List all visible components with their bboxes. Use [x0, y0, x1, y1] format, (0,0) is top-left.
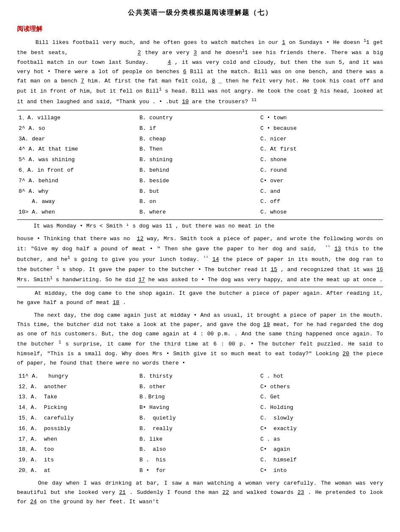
- table-row: 12、A. another B. other C• others: [17, 382, 383, 392]
- q2-c: C • because: [259, 123, 383, 134]
- q15-a: 15、A. carefully: [17, 413, 138, 424]
- table-row: 6、A. in front of B. behind C. round: [17, 165, 383, 176]
- q4-b: B. Then: [138, 144, 258, 155]
- table-row: 14、A. Picking B• Having C. Holding: [17, 403, 383, 413]
- q16-b: B. really: [138, 424, 258, 434]
- passage1: Bill likes football very much, and he of…: [17, 37, 383, 107]
- passage3: At midday, the dog came to the shop agai…: [17, 289, 383, 307]
- q4-a: 4^ A. At that time: [17, 144, 138, 155]
- q16-c: C• exactly: [259, 424, 383, 434]
- table-row: 19、A. its B . his C. himself: [17, 455, 383, 466]
- q13-c: C. Get: [259, 392, 383, 403]
- q17-b: B. like: [138, 434, 258, 445]
- table-row: 15、A. carefully B. quietly C. slowly: [17, 413, 383, 424]
- q4-c: C. At first: [259, 144, 383, 155]
- q9-a: A. away: [17, 197, 138, 207]
- q7-b: B. beside: [138, 176, 258, 186]
- q3-b: B. cheap: [138, 134, 258, 145]
- q8-a: 8^ A. why: [17, 186, 138, 197]
- table-row: 20、A. at B • for C• into: [17, 466, 383, 476]
- q13-b: B．Bring: [138, 392, 258, 403]
- divider1: [17, 110, 383, 110]
- q1-c: C • town: [259, 113, 383, 123]
- table-row: 1、A. village B. country C • town: [17, 113, 383, 123]
- q5-c: C. shone: [259, 155, 383, 165]
- q10-c: C. whose: [259, 207, 383, 218]
- table-row: 2^ A. so B. if C • because: [17, 123, 383, 134]
- table-row: 8^ A. why B. but C. and: [17, 186, 383, 197]
- q18-c: C• again: [259, 444, 383, 455]
- q20-a: 20、A. at: [17, 466, 138, 476]
- q1-b: B. country: [138, 113, 258, 123]
- table-row: 10> A. when B. where C. whose: [17, 207, 383, 218]
- table-row: 3A. dear B. cheap C. nicer: [17, 134, 383, 145]
- q12-a: 12、A. another: [17, 382, 138, 392]
- questions-table-1: 1、A. village B. country C • town 2^ A. s…: [17, 113, 383, 218]
- q6-b: B. behind: [138, 165, 258, 176]
- q16-a: 16、A. possibly: [17, 424, 138, 434]
- q19-c: C. himself: [259, 455, 383, 466]
- q3-a: 3A. dear: [17, 134, 138, 145]
- table-row: 16、A. possibly B. really C• exactly: [17, 424, 383, 434]
- q2-b: B. if: [138, 123, 258, 134]
- q15-c: C. slowly: [259, 413, 383, 424]
- passage2-header: It was Monday • Mrs < Smith ¹ s dog was …: [17, 219, 383, 231]
- page-title: 公共英语一级分类模拟题阅读理解题（七）: [17, 8, 383, 17]
- q2-a: 2^ A. so: [17, 123, 138, 134]
- q19-a: 19、A. its: [17, 455, 138, 466]
- q6-a: 6、A. in front of: [17, 165, 138, 176]
- q20-b: B • for: [138, 466, 258, 476]
- passage4: The next day, the dog came again just at…: [17, 311, 383, 368]
- q19-b: B . his: [138, 455, 258, 466]
- passage2-body: house • Thinking that there was no 12 wa…: [17, 234, 383, 287]
- q11-b: B. thirsty: [138, 371, 258, 382]
- q12-b: B. other: [138, 382, 258, 392]
- q11-a: 11^ A. hungry: [17, 371, 138, 382]
- q15-b: B. quietly: [138, 413, 258, 424]
- q10-b: B. where: [138, 207, 258, 218]
- q18-b: B. also: [138, 444, 258, 455]
- q1-a: 1、A. village: [17, 113, 138, 123]
- q18-a: 18、A. too: [17, 444, 138, 455]
- q14-a: 14、A. Picking: [17, 403, 138, 413]
- q9-c: C. off: [259, 197, 383, 207]
- table-row: 5^ A. was shining B. shining C. shone: [17, 155, 383, 165]
- q17-c: C . as: [259, 434, 383, 445]
- q14-b: B• Having: [138, 403, 258, 413]
- section-title: 阅读理解: [17, 25, 383, 33]
- q5-b: B. shining: [138, 155, 258, 165]
- table-row: 17、A. when B. like C . as: [17, 434, 383, 445]
- questions-table-2: 11^ A. hungry B. thirsty C . hot 12、A. a…: [17, 371, 383, 476]
- q8-b: B. but: [138, 186, 258, 197]
- q20-c: C• into: [259, 466, 383, 476]
- table-row: 4^ A. At that time B. Then C. At first: [17, 144, 383, 155]
- table-row: A. away B. on C. off: [17, 197, 383, 207]
- q17-a: 17、A. when: [17, 434, 138, 445]
- q7-c: C• over: [259, 176, 383, 186]
- q7-a: 7^ A. behind: [17, 176, 138, 186]
- q11-c: C . hot: [259, 371, 383, 382]
- q10-a: 10> A. when: [17, 207, 138, 218]
- q8-c: C. and: [259, 186, 383, 197]
- q13-a: 13、A. Take: [17, 392, 138, 403]
- q6-c: C. round: [259, 165, 383, 176]
- q5-a: 5^ A. was shining: [17, 155, 138, 165]
- table-row: 7^ A. behind B. beside C• over: [17, 176, 383, 186]
- q9-b: B. on: [138, 197, 258, 207]
- table-row: 11^ A. hungry B. thirsty C . hot: [17, 371, 383, 382]
- passage5: One day when I was drinking at bar, I sa…: [17, 479, 383, 507]
- q12-c: C• others: [259, 382, 383, 392]
- q14-c: C. Holding: [259, 403, 383, 413]
- q3-c: C. nicer: [259, 134, 383, 145]
- table-row: 18、A. too B. also C• again: [17, 444, 383, 455]
- table-row: 13、A. Take B．Bring C. Get: [17, 392, 383, 403]
